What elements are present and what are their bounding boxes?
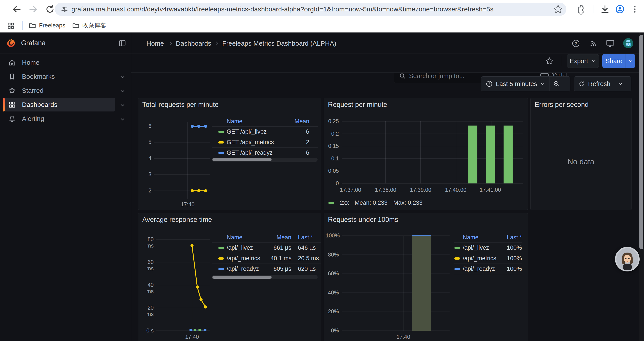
legend-row: GET /api/_readyz 6 [212,148,318,158]
legend-series-name[interactable]: 2xx [340,199,349,206]
legend-table: Name Mean Last * /api/_livez 661 µs 646 … [212,232,321,274]
legend-col-last[interactable]: Last * [291,234,321,241]
legend-col-last[interactable]: Last * [500,234,522,241]
profile-icon[interactable] [615,4,625,15]
breadcrumb-chevron-icon [168,40,174,47]
panel-title[interactable]: Requests under 100ms [328,216,398,224]
legend-series-name[interactable]: /api/_metrics [463,255,500,262]
legend-row: /api/_readyz 100% [454,264,522,274]
legend-col-mean[interactable]: Mean [270,234,291,241]
x-tick: 17:41:00 [475,187,506,193]
grafana-logo[interactable] [6,38,16,48]
sidebar-item-label: Alerting [22,115,44,122]
x-tick: 17:40 [179,334,205,340]
chevron-down-icon[interactable] [120,102,126,108]
sidebar-item-dashboards[interactable]: Dashboards [0,98,131,112]
bar-chart[interactable] [342,121,523,183]
series-swatch [218,247,224,249]
legend-series-name[interactable]: /api/_readyz [227,265,270,272]
back-icon[interactable] [12,4,22,15]
bar-chart[interactable] [342,236,450,331]
breadcrumb-home[interactable]: Home [146,40,164,47]
legend-row: GET /api/_livez 6 [212,127,318,137]
series-swatch [454,247,460,249]
apps-grid-icon[interactable] [6,22,15,30]
legend-col-name[interactable]: Name [212,234,270,241]
site-settings-icon[interactable] [60,5,68,13]
y-tick: 60 ms [140,259,154,272]
panel-request-per-minute: Request per minute 0.25 0.2 0.15 0.1 0.0… [324,98,528,210]
legend-inline[interactable]: 2xx Mean: 0.233 Max: 0.233 [328,199,422,206]
legend-mean-value: 2 [278,139,318,146]
star-icon [8,87,16,94]
share-menu-button[interactable] [626,54,635,68]
line-chart[interactable] [156,239,210,331]
bookmarks-bar: Freeleaps 收藏博客 [0,19,644,33]
forward-icon[interactable] [28,4,38,15]
sidebar-item-home[interactable]: Home [0,56,131,69]
bookmark-folder-freeleaps[interactable]: Freeleaps [26,21,68,30]
x-tick: 17:40 [388,334,419,340]
refresh-button[interactable]: Refresh [574,77,615,91]
share-button[interactable]: Share [602,54,626,68]
y-tick: 80 ms [140,236,154,249]
legend-row: /api/_livez 100% [454,243,522,253]
legend-scrollbar[interactable] [212,158,318,162]
legend-col-mean[interactable]: Mean [278,118,318,125]
url-bar[interactable]: grafana.mathmast.com/d/deytv4rwavabkb/fr… [55,3,566,16]
monitor-icon[interactable] [606,39,615,48]
panel-title[interactable]: Total requests per minute [142,101,218,109]
y-tick: 0 [326,180,339,187]
legend-col-name[interactable]: Name [212,118,278,125]
chevron-down-icon[interactable] [120,74,126,80]
news-rss-icon[interactable] [589,39,598,48]
legend-col-name[interactable]: Name [454,234,500,241]
chevron-down-icon[interactable] [120,88,126,94]
legend-scrollbar[interactable] [212,275,318,279]
legend-header: Name Mean Last * [212,232,321,243]
dock-sidebar-icon[interactable] [118,39,126,47]
extensions-icon[interactable] [576,4,586,15]
breadcrumb-dashboards[interactable]: Dashboards [176,40,211,47]
export-button[interactable]: Export [567,54,599,68]
favorite-star-icon[interactable] [545,57,554,65]
bookmark-star-icon[interactable] [553,4,563,15]
series-swatch [218,268,224,270]
panel-title[interactable]: Request per minute [328,101,387,109]
panel-title[interactable]: Errors per second [534,101,588,109]
time-range-picker[interactable]: Last 5 minutes [481,77,550,91]
reload-icon[interactable] [45,4,55,15]
legend-series-name[interactable]: GET /api/_readyz [227,149,278,156]
y-tick: 60% [326,270,339,277]
y-tick: 0.15 [326,143,339,149]
sidebar-item-bookmarks[interactable]: Bookmarks [0,70,131,83]
bookmark-folder-blogs[interactable]: 收藏博客 [70,21,108,30]
line-chart[interactable] [154,122,210,199]
sidebar-item-alerting[interactable]: Alerting [0,112,131,126]
sidebar-item-starred[interactable]: Starred [0,84,131,97]
zoom-out-button[interactable] [550,77,563,91]
panel-title[interactable]: Average response time [142,216,212,224]
y-tick: 0.1 [326,155,339,162]
download-icon[interactable] [600,4,610,15]
page-scrollbar-thumb[interactable] [640,35,643,249]
legend-row: /api/_metrics 100% [454,253,522,264]
help-icon[interactable]: ? [572,39,580,48]
assistant-avatar[interactable] [615,247,640,271]
breadcrumb-current-dashboard[interactable]: Freeleaps Metrics Dashboard (ALPHA) [222,40,336,47]
browser-menu-icon[interactable] [630,4,640,15]
user-avatar[interactable] [623,38,633,48]
legend-series-name[interactable]: /api/_readyz [463,265,500,272]
toolbar-divider [594,5,594,13]
legend-series-name[interactable]: /api/_metrics [227,255,270,262]
legend-mean-value: 605 µs [270,265,291,272]
refresh-interval-button[interactable] [615,77,626,91]
chevron-down-icon[interactable] [120,116,126,122]
panel-total-requests: Total requests per minute 6 5 4 3 2 17:4… [138,98,321,210]
series-swatch [328,202,334,204]
legend-series-name[interactable]: GET /api/_livez [227,128,278,135]
legend-series-name[interactable]: GET /api/_metrics [227,139,278,146]
brand-label[interactable]: Grafana [21,39,46,47]
legend-series-name[interactable]: /api/_livez [227,244,270,251]
legend-series-name[interactable]: /api/_livez [463,244,500,251]
